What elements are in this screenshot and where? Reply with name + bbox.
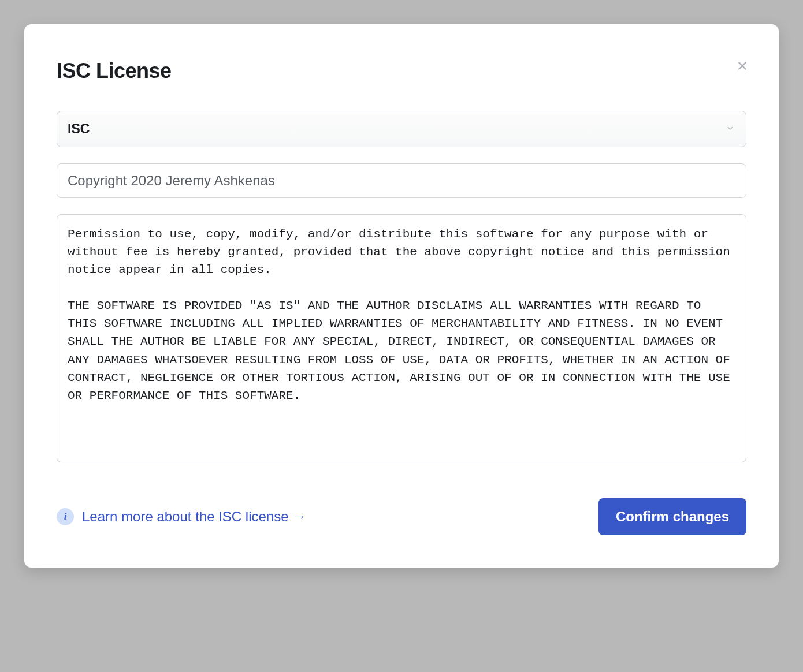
learn-more-link[interactable]: i Learn more about the ISC license → [57, 508, 306, 525]
arrow-right-icon: → [293, 509, 306, 524]
modal-title: ISC License [57, 59, 172, 83]
license-select-wrapper [57, 111, 746, 147]
close-icon [736, 59, 749, 72]
modal-footer: i Learn more about the ISC license → Con… [57, 498, 746, 535]
learn-more-text: Learn more about the ISC license [82, 509, 289, 525]
copyright-input[interactable] [57, 163, 746, 198]
close-button[interactable] [734, 57, 751, 77]
modal-header: ISC License [57, 59, 746, 83]
license-modal: ISC License Permission to use, copy, mod… [24, 24, 779, 568]
confirm-changes-button[interactable]: Confirm changes [598, 498, 746, 535]
license-body-textarea[interactable]: Permission to use, copy, modify, and/or … [57, 214, 746, 462]
license-select[interactable] [57, 111, 746, 147]
info-icon: i [57, 508, 74, 525]
